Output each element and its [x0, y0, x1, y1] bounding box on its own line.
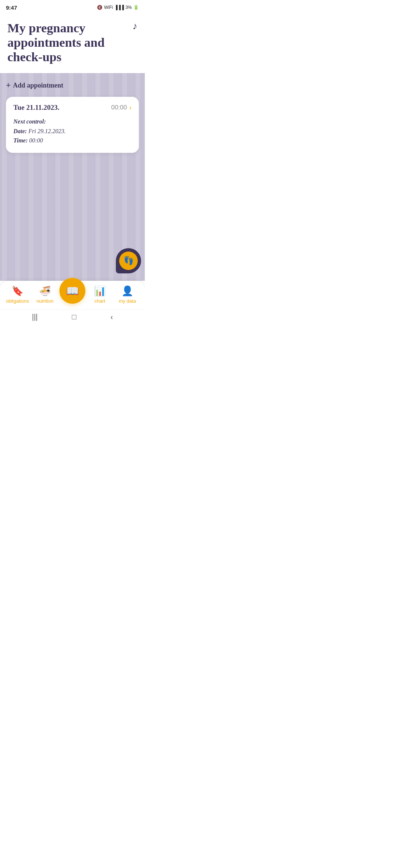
battery-text: 3%	[125, 5, 132, 10]
my-data-label: my data	[119, 298, 136, 304]
book-icon: 📖	[66, 285, 79, 297]
chart-icon: 📊	[94, 285, 106, 297]
appointment-card: Tue 21.11.2023. 00:00 › Next control: Da…	[6, 97, 139, 153]
obligations-label: obligations	[6, 298, 29, 304]
wifi-icon: WiFi	[104, 5, 113, 10]
main-content: + Add appointment Tue 21.11.2023. 00:00 …	[0, 73, 145, 281]
card-header: Tue 21.11.2023. 00:00 ›	[13, 103, 131, 112]
obligations-icon: 🔖	[12, 285, 23, 297]
plus-icon: +	[6, 80, 11, 90]
chevron-right-icon[interactable]: ›	[129, 104, 131, 112]
status-time: 9:47	[6, 4, 17, 11]
header: My pregnancy appointments and check-ups …	[0, 13, 145, 73]
nav-item-nutrition[interactable]: 🍜 nutrition	[31, 285, 59, 304]
back-button[interactable]: ‹	[110, 313, 113, 321]
status-bar: 9:47 🔇 WiFi ▐▐▐ 3% 🔋	[0, 0, 145, 13]
recent-apps-button[interactable]: |||	[32, 313, 38, 321]
card-body: Next control: Date: Fri 29.12.2023. Time…	[13, 117, 131, 145]
nav-items: 🔖 obligations 🍜 nutrition 📖 📊 chart 👤 my…	[0, 281, 145, 305]
center-nav-button[interactable]: 📖	[59, 278, 85, 304]
nav-center: 📖	[59, 291, 86, 304]
next-date-value: Fri 29.12.2023.	[28, 128, 65, 134]
next-control-label: Next control:	[13, 117, 131, 126]
system-nav: ||| □ ‹	[0, 309, 145, 326]
battery-icon: 🔋	[133, 5, 139, 10]
nav-item-chart[interactable]: 📊 chart	[86, 285, 114, 304]
signal-icon: ▐▐▐	[114, 5, 124, 10]
chart-label: chart	[95, 298, 105, 304]
next-time-value: 00:00	[29, 137, 43, 144]
next-date: Date: Fri 29.12.2023.	[13, 126, 131, 136]
baby-float-button[interactable]: 👣	[116, 248, 141, 273]
status-icons: 🔇 WiFi ▐▐▐ 3% 🔋	[97, 5, 139, 10]
music-icon[interactable]: ♪	[133, 21, 137, 32]
bottom-nav: 🔖 obligations 🍜 nutrition 📖 📊 chart 👤 my…	[0, 281, 145, 309]
mute-icon: 🔇	[97, 5, 102, 10]
add-appointment-button[interactable]: + Add appointment	[6, 80, 63, 90]
baby-icon: 👣	[119, 251, 138, 270]
next-time: Time: 00:00	[13, 136, 131, 145]
nutrition-label: nutrition	[36, 298, 53, 304]
appointment-time: 00:00	[111, 104, 127, 111]
home-button[interactable]: □	[72, 313, 76, 321]
nutrition-icon: 🍜	[39, 285, 51, 297]
nav-item-my-data[interactable]: 👤 my data	[114, 285, 141, 304]
page-title: My pregnancy appointments and check-ups	[7, 21, 137, 64]
nav-item-obligations[interactable]: 🔖 obligations	[4, 285, 31, 304]
card-time-row[interactable]: 00:00 ›	[111, 104, 131, 112]
add-appointment-label: Add appointment	[13, 82, 63, 89]
my-data-icon: 👤	[121, 285, 133, 297]
appointment-date: Tue 21.11.2023.	[13, 103, 59, 112]
